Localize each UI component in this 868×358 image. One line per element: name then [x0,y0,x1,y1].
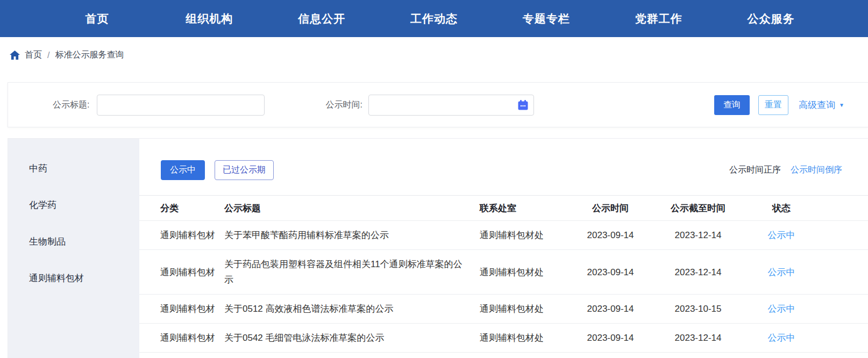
sort-time-ascending[interactable]: 公示时间正序 [729,164,781,176]
status-filter-tabs: 公示中 已过公示期 [161,160,274,180]
cell-category: 通则辅料包材 [139,330,224,346]
table-row: 通则辅料包材 关于苯甲酸苄酯药用辅料标准草案的公示 通则辅料包材处 2023-0… [139,221,868,250]
results-panel: 公示中 已过公示期 公示时间正序 公示时间倒序 分类 公示标题 联系处室 公示时… [139,139,868,358]
search-panel: 公示标题: 公示时间: 查询 重置 高级查询 ▼ [8,82,868,127]
nav-item-work-news[interactable]: 工作动态 [378,11,490,26]
notice-time-input[interactable] [368,95,534,116]
cell-category: 通则辅料包材 [139,264,224,280]
nav-item-home[interactable]: 首页 [41,11,153,26]
cell-office: 通则辅料包材处 [480,301,571,317]
col-header-office: 联系处室 [480,202,571,214]
nav-item-party-work[interactable]: 党群工作 [602,11,715,26]
table-header-row: 分类 公示标题 联系处室 公示时间 公示截至时间 状态 [139,195,868,221]
cell-deadline: 2023-12-14 [650,227,746,243]
cell-publish-time: 2023-09-14 [571,227,650,243]
sidebar-item-tcm[interactable]: 中药 [8,151,139,187]
sidebar-item-chemical-drugs[interactable]: 化学药 [8,187,139,224]
cell-publish-time: 2023-09-14 [571,301,650,317]
table-row: 通则辅料包材 关于0512 高效液相色谱法标准草案的公示 通则辅料包材处 202… [139,295,868,324]
status-link[interactable]: 公示中 [768,230,795,240]
cell-title: 关于苯甲酸苄酯药用辅料标准草案的公示 [224,227,480,243]
col-header-title: 公示标题 [224,202,480,214]
cell-title: 关于药品包装用塑料容器及组件相关11个通则标准草案的公示 [224,256,480,288]
caret-down-icon: ▼ [839,102,844,108]
breadcrumb: 首页 / 标准公示服务查询 [0,37,868,73]
cell-title: 关于0512 高效液相色谱法标准草案的公示 [224,301,480,317]
sidebar-item-general-excipients-packaging[interactable]: 通则辅料包材 [8,260,139,297]
status-link[interactable]: 公示中 [768,304,795,314]
col-header-deadline: 公示截至时间 [650,202,746,214]
tab-in-publicity[interactable]: 公示中 [161,160,205,180]
cell-category: 通则辅料包材 [139,301,224,317]
cell-deadline: 2023-12-14 [650,330,746,346]
cell-category: 通则辅料包材 [139,227,224,243]
nav-item-special-topics[interactable]: 专题专栏 [490,11,602,26]
breadcrumb-current: 标准公示服务查询 [55,49,124,61]
sidebar-item-biological-products[interactable]: 生物制品 [8,224,139,260]
tab-publicity-expired[interactable]: 已过公示期 [215,160,274,180]
sort-controls: 公示时间正序 公示时间倒序 [729,164,842,176]
notice-time-field [368,95,534,116]
cell-deadline: 2023-10-15 [650,301,746,317]
top-navigation: 首页 组织机构 信息公开 工作动态 专题专栏 党群工作 公众服务 [0,0,868,37]
col-header-category: 分类 [139,202,224,214]
cell-publish-time: 2023-09-14 [571,330,650,346]
table-row: 通则辅料包材 关于0542 毛细管电泳法标准草案的公示 通则辅料包材处 2023… [139,324,868,353]
notice-title-input[interactable] [97,95,265,116]
notice-time-label: 公示时间: [325,99,362,111]
advanced-query-link[interactable]: 高级查询 ▼ [799,99,844,111]
cell-office: 通则辅料包材处 [480,264,571,280]
nav-item-organization[interactable]: 组织机构 [153,11,266,26]
search-actions: 查询 重置 高级查询 ▼ [714,95,844,115]
cell-deadline: 2023-12-14 [650,264,746,280]
reset-button[interactable]: 重置 [758,95,788,115]
status-link[interactable]: 公示中 [768,267,795,277]
home-icon [10,51,20,60]
cell-office: 通则辅料包材处 [480,227,571,243]
results-toolbar: 公示中 已过公示期 公示时间正序 公示时间倒序 [161,160,842,180]
col-header-publish-time: 公示时间 [571,202,650,214]
cell-title: 关于0542 毛细管电泳法标准草案的公示 [224,330,480,346]
category-sidebar: 中药 化学药 生物制品 通则辅料包材 [8,139,139,358]
advanced-query-label: 高级查询 [799,99,835,111]
status-link[interactable]: 公示中 [768,333,795,343]
content-area: 中药 化学药 生物制品 通则辅料包材 公示中 已过公示期 公示时间正序 公示时间… [8,138,868,358]
nav-item-info-disclosure[interactable]: 信息公开 [266,11,378,26]
breadcrumb-separator: / [47,51,49,60]
nav-item-public-service[interactable]: 公众服务 [715,11,827,26]
notice-table: 分类 公示标题 联系处室 公示时间 公示截至时间 状态 通则辅料包材 关于苯甲酸… [139,195,868,353]
notice-title-label: 公示标题: [53,99,89,111]
breadcrumb-home-link[interactable]: 首页 [25,49,42,61]
cell-publish-time: 2023-09-14 [571,264,650,280]
query-button[interactable]: 查询 [714,95,750,115]
table-row: 通则辅料包材 关于药品包装用塑料容器及组件相关11个通则标准草案的公示 通则辅料… [139,250,868,295]
col-header-status: 状态 [746,202,816,214]
cell-office: 通则辅料包材处 [480,330,571,346]
sort-time-descending[interactable]: 公示时间倒序 [791,164,842,176]
